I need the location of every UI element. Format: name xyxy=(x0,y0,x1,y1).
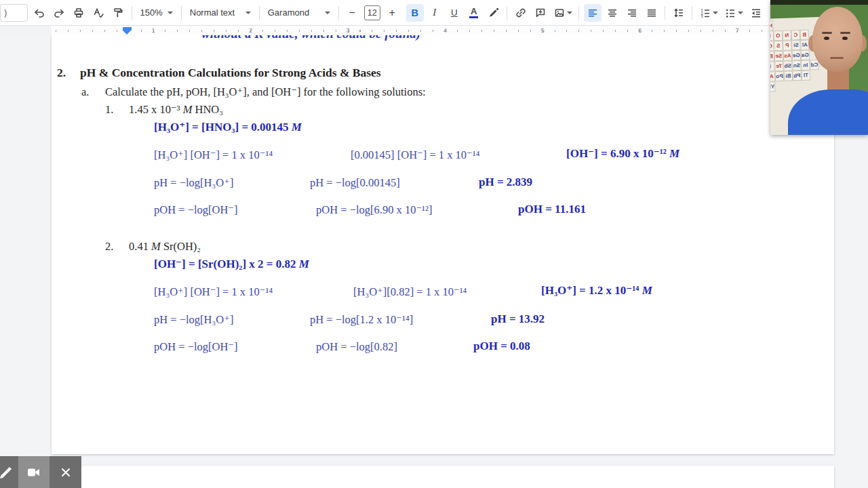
align-center-button[interactable] xyxy=(604,4,621,22)
bulleted-list-icon xyxy=(724,7,736,19)
justify-button[interactable] xyxy=(643,4,660,22)
divider xyxy=(338,6,339,20)
print-button[interactable] xyxy=(70,4,87,22)
paint-format-icon xyxy=(112,7,124,19)
doc-text-line: pH = −log[H₃O⁺] xyxy=(154,176,233,190)
decrease-indent-button[interactable] xyxy=(747,4,765,22)
plus-icon: + xyxy=(389,7,395,19)
ruler-number: 4 xyxy=(443,26,447,34)
divider xyxy=(259,6,260,20)
highlight-color-button[interactable] xyxy=(485,4,502,22)
bulleted-list-button[interactable] xyxy=(722,4,745,22)
align-right-icon xyxy=(626,7,638,19)
document-page[interactable]: without a K value, which could be found)… xyxy=(52,35,834,454)
doc-text-line: pOH = −log[6.90 x 10⁻¹²] xyxy=(316,203,433,218)
insert-image-icon xyxy=(553,7,566,19)
insert-image-button[interactable] xyxy=(551,4,574,22)
chevron-down-icon xyxy=(567,12,572,14)
align-right-button[interactable] xyxy=(623,4,641,22)
periodic-element-cell: Se xyxy=(774,51,784,61)
doc-text-line: [OH⁻] = 6.90 x 10⁻¹² M xyxy=(566,146,679,161)
chevron-down-icon xyxy=(167,12,173,14)
presenter-head xyxy=(812,7,863,72)
font-select[interactable]: Garamond xyxy=(263,4,335,22)
presenter-mouth xyxy=(830,57,844,59)
camera-toggle-button[interactable] xyxy=(18,456,50,488)
periodic-element-cell: Tl xyxy=(802,70,811,80)
line-spacing-button[interactable] xyxy=(670,4,688,22)
divider xyxy=(692,6,692,20)
doc-text-line: [OH⁻] = [Sr(OH)₂] x 2 = 0.82 M xyxy=(154,257,309,272)
zoom-select[interactable]: 150% xyxy=(136,4,178,22)
paragraph-style-select[interactable]: Normal text xyxy=(185,4,256,22)
redo-icon xyxy=(53,7,65,19)
recorder-toolbar xyxy=(0,456,81,488)
doc-text-line: a. xyxy=(81,85,89,100)
divider xyxy=(665,6,665,20)
partial-toolbar-field[interactable]: ) xyxy=(0,4,28,22)
periodic-element-cell: Bi xyxy=(784,70,793,81)
periodic-element-cell: Si xyxy=(791,40,801,50)
add-comment-button[interactable] xyxy=(532,4,549,22)
increase-font-size-button[interactable]: + xyxy=(383,4,401,22)
insert-link-button[interactable] xyxy=(512,4,530,22)
spellcheck-icon xyxy=(92,7,104,19)
italic-button[interactable]: I xyxy=(426,4,443,22)
undo-button[interactable] xyxy=(31,4,48,22)
presenter-eye xyxy=(842,37,848,40)
divider xyxy=(578,6,579,20)
decrease-font-size-button[interactable]: − xyxy=(343,4,361,22)
indent-marker[interactable] xyxy=(123,27,132,35)
paint-format-button[interactable] xyxy=(109,4,127,22)
align-left-button[interactable] xyxy=(584,4,601,22)
chevron-down-icon xyxy=(245,12,251,14)
left-indent-marker[interactable] xyxy=(123,30,131,35)
add-comment-icon xyxy=(534,7,547,19)
font-size-input[interactable]: 12 xyxy=(364,5,380,20)
print-icon xyxy=(73,7,85,19)
periodic-element-cell: I xyxy=(770,61,775,71)
insert-link-icon xyxy=(515,7,527,19)
periodic-element-cell: As xyxy=(783,50,793,60)
divider xyxy=(132,6,132,20)
ruler-number: 1 xyxy=(152,26,155,34)
numbered-list-icon: 123 xyxy=(699,7,711,19)
numbered-list-button[interactable]: 123 xyxy=(697,4,720,22)
ruler-ticks xyxy=(56,30,802,32)
periodic-element-cell: At xyxy=(770,71,775,81)
redo-button[interactable] xyxy=(50,4,68,22)
spellcheck-button[interactable] xyxy=(90,4,107,22)
divider xyxy=(507,6,507,20)
underline-button[interactable]: U xyxy=(446,4,463,22)
doc-text-line: 2. xyxy=(57,65,66,80)
doc-text-line: pH = −log[0.00145] xyxy=(310,176,400,190)
doc-text-line: pH = −log[H₃O⁺] xyxy=(154,312,233,327)
highlight-color-icon xyxy=(488,7,500,19)
periodic-element-cell: O xyxy=(774,30,783,41)
webcam-top-shadow xyxy=(770,0,868,5)
periodic-element-cell: B xyxy=(800,30,810,40)
chevron-down-icon xyxy=(325,12,330,14)
text-color-button[interactable]: A xyxy=(465,4,483,22)
periodic-element-cell: C xyxy=(791,30,801,40)
bold-button[interactable]: B xyxy=(406,4,424,22)
document-page-next[interactable] xyxy=(52,466,834,488)
line-spacing-icon xyxy=(673,7,685,19)
doc-text-line: 1. xyxy=(105,102,113,117)
doc-text-line: pH = 13.92 xyxy=(491,312,545,327)
periodic-element-cell: Cl xyxy=(770,41,774,51)
ruler-number: 2 xyxy=(249,26,252,34)
periodic-element-cell: Po xyxy=(775,71,785,81)
doc-text-line: pOH = −log[OH⁻] xyxy=(154,340,238,354)
ruler-number: 5 xyxy=(541,26,545,34)
doc-text-line: [0.00145] [OH⁻] = 1 x 10⁻¹⁴ xyxy=(351,148,479,163)
presenter-eye xyxy=(824,37,829,40)
pen-tool-button[interactable] xyxy=(0,456,18,488)
zoom-value: 150% xyxy=(140,7,163,18)
periodic-element-cell: Br xyxy=(770,51,774,61)
close-recorder-button[interactable] xyxy=(50,456,81,488)
svg-text:3: 3 xyxy=(701,14,703,18)
presenter-eyebrow xyxy=(840,32,850,34)
close-icon xyxy=(60,467,71,478)
italic-icon: I xyxy=(433,7,436,18)
